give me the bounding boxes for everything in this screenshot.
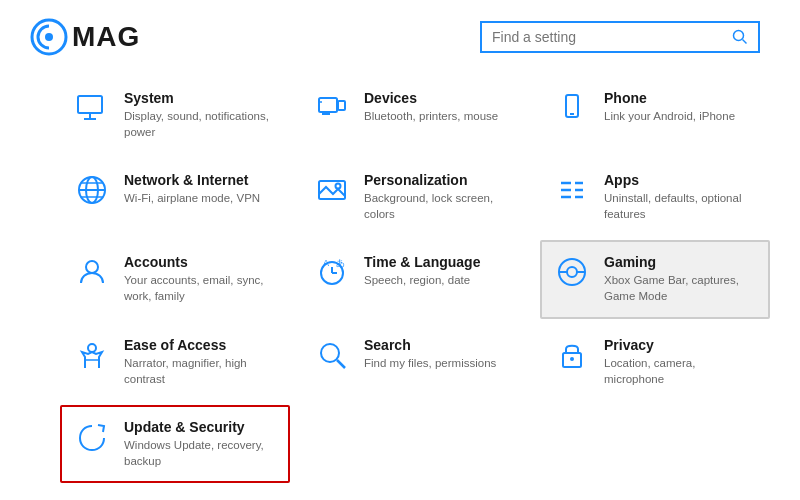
accounts-text: Accounts Your accounts, email, sync, wor… <box>124 254 276 304</box>
update-icon <box>74 419 110 455</box>
setting-item-accounts[interactable]: Accounts Your accounts, email, sync, wor… <box>60 240 290 318</box>
logo-icon <box>30 18 68 56</box>
system-text: System Display, sound, notifications, po… <box>124 90 276 140</box>
time-title: Time & Language <box>364 254 480 270</box>
network-title: Network & Internet <box>124 172 260 188</box>
svg-point-2 <box>734 31 744 41</box>
svg-point-38 <box>321 344 339 362</box>
setting-item-system[interactable]: System Display, sound, notifications, po… <box>60 76 290 154</box>
search-input[interactable] <box>492 29 732 45</box>
apps-desc: Uninstall, defaults, optional features <box>604 190 756 222</box>
setting-item-apps[interactable]: Apps Uninstall, defaults, optional featu… <box>540 158 770 236</box>
apps-icon <box>554 172 590 208</box>
privacy-text: Privacy Location, camera, microphone <box>604 337 756 387</box>
setting-item-personalization[interactable]: Personalization Background, lock screen,… <box>300 158 530 236</box>
search-desc: Find my files, permissions <box>364 355 496 371</box>
setting-item-devices[interactable]: Devices Bluetooth, printers, mouse <box>300 76 530 154</box>
accounts-title: Accounts <box>124 254 276 270</box>
ease-icon <box>74 337 110 373</box>
svg-point-33 <box>567 267 577 277</box>
privacy-icon <box>554 337 590 373</box>
setting-item-privacy[interactable]: Privacy Location, camera, microphone <box>540 323 770 401</box>
phone-icon <box>554 90 590 126</box>
apps-title: Apps <box>604 172 756 188</box>
svg-text:A: A <box>323 258 329 268</box>
setting-item-gaming[interactable]: Gaming Xbox Game Bar, captures, Game Mod… <box>540 240 770 318</box>
logo: MAG <box>30 18 140 56</box>
gaming-icon <box>554 254 590 290</box>
system-desc: Display, sound, notifications, power <box>124 108 276 140</box>
gaming-desc: Xbox Game Bar, captures, Game Mode <box>604 272 756 304</box>
personalization-title: Personalization <box>364 172 516 188</box>
devices-desc: Bluetooth, printers, mouse <box>364 108 498 124</box>
svg-rect-7 <box>319 98 337 112</box>
personalization-text: Personalization Background, lock screen,… <box>364 172 516 222</box>
phone-desc: Link your Android, iPhone <box>604 108 735 124</box>
time-text: Time & Language Speech, region, date <box>364 254 480 288</box>
gaming-title: Gaming <box>604 254 756 270</box>
search-title: Search <box>364 337 496 353</box>
privacy-desc: Location, camera, microphone <box>604 355 756 387</box>
accounts-desc: Your accounts, email, sync, work, family <box>124 272 276 304</box>
time-desc: Speech, region, date <box>364 272 480 288</box>
network-text: Network & Internet Wi-Fi, airplane mode,… <box>124 172 260 206</box>
update-title: Update & Security <box>124 419 276 435</box>
search-bar[interactable] <box>480 21 760 53</box>
header: MAG <box>0 0 800 66</box>
phone-title: Phone <box>604 90 735 106</box>
setting-item-search[interactable]: Search Find my files, permissions <box>300 323 530 401</box>
ease-title: Ease of Access <box>124 337 276 353</box>
ease-text: Ease of Access Narrator, magnifier, high… <box>124 337 276 387</box>
setting-item-phone[interactable]: Phone Link your Android, iPhone <box>540 76 770 154</box>
time-icon: A あ <box>314 254 350 290</box>
privacy-title: Privacy <box>604 337 756 353</box>
setting-item-ease[interactable]: Ease of Access Narrator, magnifier, high… <box>60 323 290 401</box>
svg-point-41 <box>570 357 574 361</box>
svg-point-1 <box>45 33 53 41</box>
svg-point-19 <box>336 184 341 189</box>
svg-rect-4 <box>78 96 102 113</box>
update-text: Update & Security Windows Update, recove… <box>124 419 276 469</box>
search-icon <box>314 337 350 373</box>
svg-point-10 <box>320 101 322 103</box>
svg-point-36 <box>88 344 96 352</box>
setting-item-network[interactable]: Network & Internet Wi-Fi, airplane mode,… <box>60 158 290 236</box>
logo-text: MAG <box>72 21 140 53</box>
settings-grid: System Display, sound, notifications, po… <box>0 66 800 493</box>
network-desc: Wi-Fi, airplane mode, VPN <box>124 190 260 206</box>
svg-point-26 <box>86 261 98 273</box>
devices-icon <box>314 90 350 126</box>
personalization-icon <box>314 172 350 208</box>
phone-text: Phone Link your Android, iPhone <box>604 90 735 124</box>
personalization-desc: Background, lock screen, colors <box>364 190 516 222</box>
search-text: Search Find my files, permissions <box>364 337 496 371</box>
setting-item-update[interactable]: Update & Security Windows Update, recove… <box>60 405 290 483</box>
setting-item-time[interactable]: A あ Time & Language Speech, region, date <box>300 240 530 318</box>
accounts-icon <box>74 254 110 290</box>
svg-line-39 <box>337 360 345 368</box>
network-icon <box>74 172 110 208</box>
ease-desc: Narrator, magnifier, high contrast <box>124 355 276 387</box>
search-icon <box>732 29 748 45</box>
svg-rect-8 <box>338 101 345 110</box>
update-desc: Windows Update, recovery, backup <box>124 437 276 469</box>
apps-text: Apps Uninstall, defaults, optional featu… <box>604 172 756 222</box>
svg-text:あ: あ <box>336 258 345 268</box>
system-title: System <box>124 90 276 106</box>
svg-line-3 <box>743 40 747 44</box>
devices-text: Devices Bluetooth, printers, mouse <box>364 90 498 124</box>
system-icon <box>74 90 110 126</box>
devices-title: Devices <box>364 90 498 106</box>
gaming-text: Gaming Xbox Game Bar, captures, Game Mod… <box>604 254 756 304</box>
